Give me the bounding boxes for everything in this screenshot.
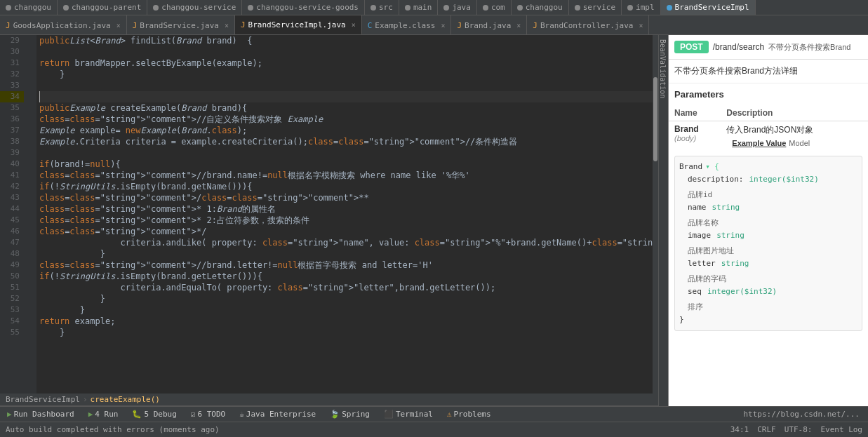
problems-btn[interactable]: ⚠ Problems [443,409,495,419]
top-tab-java[interactable]: java [438,0,477,15]
line-number-44: 44 [0,203,24,215]
todo-label: 6 TODO [197,410,225,419]
line-number-31: 31 [0,58,24,69]
code-line-31: return brandMapper.selectByExample(examp… [39,58,653,69]
line-number-48: 48 [0,248,24,260]
code-line-54: return example; [39,316,653,327]
line-number-41: 41 [0,170,24,181]
model-name: Brand [679,161,702,173]
swagger-params-title: Parameters [669,83,868,105]
code-line-44: class=class="string">"comment">* 1:Brand… [39,203,653,215]
status-encoding: CRLF [757,425,776,434]
code-line-51: criteria.andEqualTo( property: class="st… [39,282,653,293]
line-number-30: 30 [0,46,24,58]
status-right: 34:1 CRLF UTF-8: Event Log [730,425,862,434]
code-line-48: } [39,248,653,260]
file-tab-example-class[interactable]: CExample.class× [362,15,452,35]
spring-icon: 🍃 [330,410,340,419]
debug-icon: 🐛 [132,410,142,419]
model-close-brace: } [679,314,857,326]
code-line-38: Example.Criteria criteria = example.crea… [39,136,653,147]
code-line-36: class=class="string">"comment">//自定义条件搜索… [39,114,653,125]
model-header-row: Brand ▾ { [679,161,857,173]
line-number-35: 35 [0,102,24,114]
swagger-header: POST /brand/search 不带分页条件搜索Brand [669,35,868,60]
code-line-40: if(brand!=null){ [39,159,653,170]
top-tab-main[interactable]: main [399,0,439,15]
file-tab-goodsapplication-java[interactable]: JGoodsApplication.java× [0,15,127,35]
breadcrumb-method: createExample() [91,395,160,404]
code-line-33 [39,80,653,91]
param-type: (body) [674,134,715,142]
code-line-53: } [39,304,653,316]
line-number-55: 55 [0,327,24,338]
file-tab-brandserviceimpl-java[interactable]: JBrandServiceImpl.java× [235,15,362,35]
top-tab-bar: changgouchanggou-parentchanggou-servicec… [0,0,868,15]
status-event-log[interactable]: Event Log [820,425,862,434]
bean-validation-tab[interactable]: BeanValidation [659,35,668,102]
breadcrumb-separator: › [83,395,88,404]
swagger-description: 不带分页条件搜索Brand方法详细 [669,60,868,83]
java-enterprise-btn[interactable]: ☕ Java Enterprise [235,409,320,419]
code-lines-container: 2930313233343536373839404142434445464748… [0,35,658,394]
swagger-url: /brand/search [713,42,764,52]
top-tab-com[interactable]: com [477,0,512,15]
top-tab-service[interactable]: service [569,0,622,15]
file-tab-brand-java[interactable]: JBrand.java× [451,15,527,35]
code-line-46: class=class="string">"comment">*/ [39,226,653,237]
run-label: 4 Run [95,410,118,419]
code-line-39 [39,147,653,159]
code-line-37: Example example= new Example(Brand.class… [39,125,653,136]
code-line-45: class=class="string">"comment">* 2:占位符参数… [39,215,653,226]
run-dashboard-label: Run Dashboard [14,410,74,419]
model-tab[interactable]: Model [789,139,810,147]
swagger-params-table: Name Description Brand (body) 传入Brand的JS… [669,105,868,153]
code-line-52: } [39,293,653,304]
scroll-indicator[interactable] [653,35,658,394]
top-tab-impl[interactable]: impl [622,0,661,15]
code-line-29: public List<Brand> findList(Brand brand)… [39,35,653,46]
model-collapse-btn[interactable]: ▾ { [705,161,719,173]
http-method-badge: POST [674,41,709,53]
line-number-34: 34 [0,91,24,102]
top-tab-changgou-service-goods[interactable]: changgou-service-goods [242,0,365,15]
top-tab-changgou-parent[interactable]: changgou-parent [58,0,147,15]
line-number-40: 40 [0,159,24,170]
line-number-37: 37 [0,125,24,136]
line-number-54: 54 [0,316,24,327]
example-value-tab[interactable]: Example Value [732,139,786,147]
terminal-icon: ⬛ [384,410,394,419]
line-number-38: 38 [0,136,24,147]
model-field-letter: letter string 品牌的字码 [679,257,857,285]
line-number-50: 50 [0,271,24,282]
code-line-32: } [39,69,653,80]
line-number-53: 53 [0,304,24,316]
code-line-34 [39,91,653,102]
col-name-header: Name [669,105,721,121]
terminal-btn[interactable]: ⬛ Terminal [380,409,437,419]
problems-label: Problems [454,410,491,419]
top-tab-changgou[interactable]: changgou [0,0,58,15]
code-line-47: criteria.andLike( property: class="strin… [39,237,653,248]
right-sidebar-tabs: BeanValidation [658,35,668,406]
file-tab-brandcontroller-java[interactable]: JBrandController.java× [527,15,649,35]
spring-btn[interactable]: 🍃 Spring [326,409,374,419]
top-tab-src[interactable]: src [365,0,399,15]
line-number-39: 39 [0,147,24,159]
scroll-thumb[interactable] [653,77,657,161]
code-line-50: if(!StringUtils.isEmpty(brand.getLetter(… [39,271,653,282]
debug-btn[interactable]: 🐛 5 Debug [128,409,180,419]
code-content[interactable]: public List<Brand> findList(Brand brand)… [36,35,653,394]
todo-icon: ☑ [191,410,196,419]
swagger-panel: POST /brand/search 不带分页条件搜索Brand 不带分页条件搜… [668,35,868,406]
run-dashboard-btn[interactable]: ▶ Run Dashboard [3,409,79,419]
top-tab-changgou-service[interactable]: changgou-service [147,0,242,15]
file-tab-brandservice-java[interactable]: JBrandService.java× [127,15,235,35]
run-btn[interactable]: ▶ 4 Run [84,409,123,419]
todo-btn[interactable]: ☑ 6 TODO [187,409,229,419]
param-description: 传入Brand的JSON对象 [726,124,862,136]
top-tab-brandserviceimpl[interactable]: BrandServiceImpl [661,0,756,15]
line-number-42: 42 [0,181,24,192]
run-icon: ▶ [88,410,93,419]
top-tab-changgou[interactable]: changgou [512,0,569,15]
